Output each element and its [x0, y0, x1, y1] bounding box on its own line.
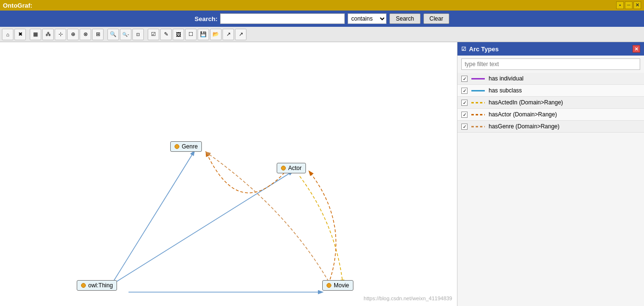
title-bar: OntoGraf: ▪ ─ ✕ [0, 0, 644, 11]
edit-btn[interactable]: ✎ [160, 29, 172, 40]
export-btn[interactable]: ☐ [185, 29, 197, 40]
zoom-fit-btn[interactable]: ⊡ [132, 29, 144, 40]
graph-svg [0, 42, 457, 306]
open-btn[interactable]: 📂 [210, 29, 222, 40]
search-bar: Search: contains starts with ends with e… [0, 11, 644, 27]
node-genre[interactable]: Genre [170, 141, 202, 152]
node-owlthing-dot [81, 283, 86, 288]
layout4-btn[interactable]: ⊗ [80, 29, 91, 40]
arc-item-has-individual: ✓ has individual [457, 73, 644, 85]
node-movie-label: Movie [334, 282, 349, 289]
link1-btn[interactable]: ↗ [222, 29, 234, 40]
arc-label-has-individual: has individual [489, 75, 524, 82]
panel-title: Arc Types [469, 45, 499, 53]
panel-header-left: ☑ Arc Types [461, 45, 499, 53]
arc-checkbox-has-individual[interactable]: ✓ [461, 76, 468, 82]
link2-btn[interactable]: ↗ [235, 29, 246, 40]
arc-checkbox-has-subclass[interactable]: ✓ [461, 88, 468, 94]
panel-header: ☑ Arc Types ✕ [457, 42, 644, 56]
search-input[interactable] [220, 13, 345, 24]
arc-filter-input[interactable] [461, 58, 640, 70]
arc-checkbox-hasgenre[interactable]: ✓ [461, 124, 468, 130]
arc-label-has-subclass: has subclass [489, 87, 522, 94]
home-btn[interactable]: ⌂ [2, 29, 13, 40]
watermark: https://blog.csdn.net/weixn_41194839 [363, 295, 452, 301]
layout3-btn[interactable]: ⊕ [67, 29, 79, 40]
node-movie[interactable]: Movie [322, 280, 353, 291]
arc-item-hasgenre: ✓ hasGenre (Domain>Range) [457, 121, 644, 133]
clear-btn[interactable]: ✖ [14, 29, 26, 40]
node-genre-dot [175, 144, 179, 149]
node-actor-dot [281, 166, 286, 170]
window-controls[interactable]: ▪ ─ ✕ [616, 1, 641, 9]
zoom-in-btn[interactable]: 🔍 [107, 29, 119, 40]
arc-item-hasactor: ✓ hasActor (Domain>Range) [457, 109, 644, 121]
node-actor[interactable]: Actor [277, 163, 306, 173]
arc-label-hasgenre: hasGenre (Domain>Range) [489, 123, 560, 130]
clear-button[interactable]: Clear [423, 13, 450, 24]
svg-line-1 [113, 171, 293, 284]
arc-line-hasactedin [471, 102, 485, 103]
arc-item-hasactedin: ✓ hasActedIn (Domain>Range) [457, 97, 644, 109]
layout5-btn[interactable]: ⊞ [92, 29, 104, 40]
layout1-btn[interactable]: ⁂ [42, 29, 54, 40]
zoom-out-btn[interactable]: 🔍- [120, 29, 131, 40]
panel-close-button[interactable]: ✕ [632, 45, 640, 53]
panel-title-checkbox[interactable]: ☑ [461, 46, 466, 52]
layout2-btn[interactable]: ⊹ [55, 29, 66, 40]
node-movie-dot [327, 283, 331, 288]
check-btn[interactable]: ☑ [148, 29, 159, 40]
arc-item-has-subclass: ✓ has subclass [457, 85, 644, 97]
graph-canvas[interactable]: Genre Actor owl:Thing Movie https://blog… [0, 42, 457, 306]
node-actor-label: Actor [288, 165, 302, 171]
arc-list: ✓ has individual ✓ has subclass ✓ hasAct… [457, 73, 644, 133]
grid-btn[interactable]: ▦ [30, 29, 41, 40]
svg-line-0 [110, 151, 194, 286]
search-button[interactable]: Search [389, 13, 420, 24]
arc-line-hasactor [471, 114, 485, 115]
toolbar: ⌂ ✖ ▦ ⁂ ⊹ ⊕ ⊗ ⊞ 🔍 🔍- ⊡ ☑ ✎ 🖼 ☐ 💾 📂 ↗ ↗ [0, 27, 644, 42]
arc-line-has-subclass [471, 90, 485, 91]
arc-line-has-individual [471, 78, 485, 79]
minimize-btn[interactable]: ▪ [616, 1, 624, 9]
node-owlthing[interactable]: owl:Thing [77, 280, 117, 291]
search-label: Search: [195, 15, 218, 23]
arc-label-hasactor: hasActor (Domain>Range) [489, 111, 557, 118]
image-btn[interactable]: 🖼 [173, 29, 184, 40]
save-btn[interactable]: 💾 [198, 29, 209, 40]
app-title: OntoGraf: [3, 2, 32, 9]
node-genre-label: Genre [182, 143, 198, 150]
arc-checkbox-hasactedin[interactable]: ✓ [461, 100, 468, 106]
arc-types-panel: ☑ Arc Types ✕ ✓ has individual ✓ has sub… [457, 42, 644, 306]
arc-line-hasgenre [471, 126, 485, 127]
main-area: Genre Actor owl:Thing Movie https://blog… [0, 42, 644, 306]
arc-label-hasactedin: hasActedIn (Domain>Range) [489, 99, 563, 106]
node-owlthing-label: owl:Thing [88, 282, 113, 289]
arc-checkbox-hasactor[interactable]: ✓ [461, 112, 468, 118]
restore-btn[interactable]: ─ [625, 1, 632, 9]
close-btn[interactable]: ✕ [633, 1, 641, 9]
search-condition-dropdown[interactable]: contains starts with ends with exact [348, 13, 386, 24]
